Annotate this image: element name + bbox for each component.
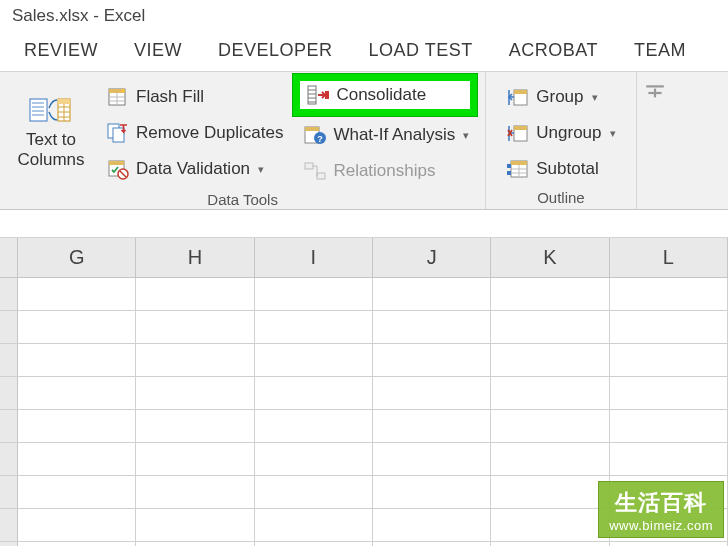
text-to-columns-icon xyxy=(29,94,73,126)
cell[interactable] xyxy=(18,278,136,310)
data-validation-label: Data Validation xyxy=(136,159,250,179)
cell[interactable] xyxy=(373,410,491,442)
cell[interactable] xyxy=(136,344,254,376)
col-head-k[interactable]: K xyxy=(491,238,609,277)
cell[interactable] xyxy=(491,311,609,343)
cell[interactable] xyxy=(255,509,373,541)
cell[interactable] xyxy=(136,377,254,409)
what-if-analysis-button[interactable]: ? What-If Analysis ▾ xyxy=(297,118,475,152)
remove-duplicates-button[interactable]: Remove Duplicates xyxy=(100,116,289,150)
relationships-button: Relationships xyxy=(297,154,475,188)
cell[interactable] xyxy=(610,443,728,475)
watermark: 生活百科 www.bimeiz.com xyxy=(598,481,724,538)
cell[interactable] xyxy=(18,410,136,442)
cell[interactable] xyxy=(491,542,609,546)
group-label: Group xyxy=(536,87,583,107)
tab-acrobat[interactable]: ACROBAT xyxy=(491,30,616,71)
cell[interactable] xyxy=(136,311,254,343)
cell[interactable] xyxy=(18,377,136,409)
relationships-icon xyxy=(303,160,327,182)
col-head-j[interactable]: J xyxy=(373,238,491,277)
cell[interactable] xyxy=(18,476,136,508)
cell[interactable] xyxy=(491,476,609,508)
svg-rect-36 xyxy=(514,126,527,130)
group-title-data-tools: Data Tools xyxy=(6,188,479,209)
cell[interactable] xyxy=(610,410,728,442)
cell[interactable] xyxy=(610,278,728,310)
table-row xyxy=(0,278,728,311)
flash-fill-button[interactable]: Flash Fill xyxy=(100,80,289,114)
cell[interactable] xyxy=(136,278,254,310)
col-head-i[interactable]: I xyxy=(255,238,373,277)
watermark-url: www.bimeiz.com xyxy=(609,518,713,533)
cell[interactable] xyxy=(610,542,728,546)
tab-load-test[interactable]: LOAD TEST xyxy=(351,30,491,71)
data-validation-button[interactable]: Data Validation ▾ xyxy=(100,152,289,186)
cell[interactable] xyxy=(610,344,728,376)
tab-team[interactable]: TEAM xyxy=(616,30,704,71)
tab-view[interactable]: VIEW xyxy=(116,30,200,71)
cell[interactable] xyxy=(491,509,609,541)
cell[interactable] xyxy=(491,344,609,376)
cell[interactable] xyxy=(491,443,609,475)
col-head-g[interactable]: G xyxy=(18,238,136,277)
cell[interactable] xyxy=(373,278,491,310)
text-to-columns-button[interactable]: Text to Columns xyxy=(6,76,96,188)
cell[interactable] xyxy=(610,377,728,409)
svg-rect-21 xyxy=(308,86,316,104)
cell[interactable] xyxy=(255,443,373,475)
cell[interactable] xyxy=(255,377,373,409)
cell[interactable] xyxy=(373,377,491,409)
flash-fill-icon xyxy=(106,86,130,108)
cell[interactable] xyxy=(18,344,136,376)
ungroup-button[interactable]: Ungroup ▾ xyxy=(500,116,621,150)
show-detail-icon[interactable] xyxy=(637,72,673,209)
svg-rect-28 xyxy=(305,127,319,131)
col-head-h[interactable]: H xyxy=(136,238,254,277)
subtotal-button[interactable]: Subtotal xyxy=(500,152,621,186)
cell[interactable] xyxy=(491,410,609,442)
ribbon-tabs: REVIEW VIEW DEVELOPER LOAD TEST ACROBAT … xyxy=(0,30,728,72)
cell[interactable] xyxy=(18,311,136,343)
cell[interactable] xyxy=(136,410,254,442)
group-title-outline: Outline xyxy=(492,186,629,207)
cell[interactable] xyxy=(255,344,373,376)
svg-rect-6 xyxy=(58,99,70,104)
cell[interactable] xyxy=(255,410,373,442)
cell[interactable] xyxy=(18,509,136,541)
cell[interactable] xyxy=(610,311,728,343)
cell[interactable] xyxy=(18,443,136,475)
cell[interactable] xyxy=(373,311,491,343)
cell[interactable] xyxy=(373,542,491,546)
cell[interactable] xyxy=(255,476,373,508)
col-head-l[interactable]: L xyxy=(610,238,728,277)
cell[interactable] xyxy=(255,278,373,310)
ungroup-label: Ungroup xyxy=(536,123,601,143)
cell[interactable] xyxy=(136,509,254,541)
dropdown-caret-icon: ▾ xyxy=(610,127,616,140)
cell[interactable] xyxy=(136,542,254,546)
cell[interactable] xyxy=(373,344,491,376)
cell[interactable] xyxy=(491,278,609,310)
window-title: Sales.xlsx - Excel xyxy=(12,6,145,25)
tab-review[interactable]: REVIEW xyxy=(6,30,116,71)
consolidate-button[interactable]: Consolidate xyxy=(300,81,434,109)
cell[interactable] xyxy=(373,443,491,475)
tab-developer[interactable]: DEVELOPER xyxy=(200,30,351,71)
cell[interactable] xyxy=(491,377,609,409)
dropdown-caret-icon: ▾ xyxy=(258,163,264,176)
svg-rect-26 xyxy=(325,91,329,99)
watermark-title: 生活百科 xyxy=(609,488,713,518)
ungroup-icon xyxy=(506,122,530,144)
cell[interactable] xyxy=(255,542,373,546)
group-button[interactable]: Group ▾ xyxy=(500,80,621,114)
cell[interactable] xyxy=(18,542,136,546)
cell[interactable] xyxy=(136,443,254,475)
subtotal-icon xyxy=(506,158,530,180)
svg-rect-0 xyxy=(30,99,47,121)
cell[interactable] xyxy=(373,476,491,508)
cell[interactable] xyxy=(373,509,491,541)
cell[interactable] xyxy=(136,476,254,508)
cell[interactable] xyxy=(255,311,373,343)
what-if-label: What-If Analysis xyxy=(333,125,455,145)
